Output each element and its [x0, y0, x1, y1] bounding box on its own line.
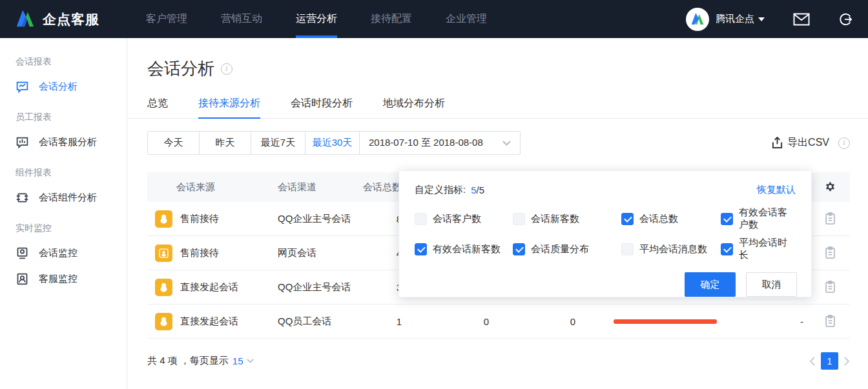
- metric-option[interactable]: 会话质量分布: [513, 237, 621, 261]
- metrics-options: 会话客户数 会话新客数 会话总数 有效会话客户数 有效会话新客数 会话质量分布 …: [399, 196, 811, 261]
- checkbox-icon[interactable]: [621, 243, 634, 255]
- tab-overview[interactable]: 总览: [147, 97, 168, 118]
- sidebar-section-session-reports: 会话报表: [0, 38, 127, 68]
- sidebar-item-label: 客服监控: [39, 273, 78, 285]
- component-analysis-icon: [16, 191, 29, 204]
- brand-name: 企点客服: [43, 10, 99, 28]
- sidebar-item-agent-monitor[interactable]: 客服监控: [0, 260, 127, 286]
- sidebar-section-component-reports: 组件报表: [0, 149, 127, 179]
- metric-label: 会话质量分布: [531, 243, 589, 255]
- clipboard-icon[interactable]: [825, 281, 836, 294]
- metric-option[interactable]: 有效会话客户数: [721, 206, 796, 231]
- total-count-text: 共 4 项 ，每页显示: [147, 355, 229, 367]
- avg-duration-cell: -: [717, 316, 810, 327]
- nav-item-operations[interactable]: 运营分析: [279, 0, 354, 38]
- metric-option[interactable]: 平均会话消息数: [621, 237, 721, 261]
- nav-item-marketing[interactable]: 营销互动: [204, 0, 279, 38]
- metric-option[interactable]: 会话客户数: [415, 206, 513, 231]
- column-settings-gear-icon[interactable]: [824, 181, 836, 194]
- analysis-tabs: 总览 接待来源分析 会话时段分析 地域分布分析: [127, 80, 868, 119]
- total-cell: 1: [362, 316, 402, 327]
- qq-icon: [155, 313, 172, 330]
- avatar[interactable]: [686, 8, 709, 31]
- valid-new-cell: 0: [489, 316, 575, 327]
- checkbox-icon[interactable]: [415, 243, 427, 255]
- tab-region-distribution[interactable]: 地域分布分析: [383, 97, 445, 118]
- popup-title: 自定义指标:: [415, 184, 466, 196]
- per-page-value: 15: [232, 355, 243, 366]
- metric-option[interactable]: 平均会话时长: [721, 237, 796, 261]
- sidebar: 会话报表 会话分析 员工报表 会话客服分析 组件报表: [0, 38, 127, 389]
- nav-item-enterprise[interactable]: 企业管理: [429, 0, 504, 38]
- sidebar-item-session-analysis[interactable]: 会话分析: [0, 68, 127, 94]
- range-7days-button[interactable]: 最近7天: [251, 132, 305, 154]
- mail-icon[interactable]: [793, 13, 810, 26]
- cancel-button[interactable]: 取消: [746, 272, 797, 297]
- checkbox-icon[interactable]: [621, 213, 634, 225]
- tab-session-period[interactable]: 会话时段分析: [291, 97, 353, 118]
- logout-icon[interactable]: [838, 12, 852, 26]
- table-row: 直接发起会话 QQ员工会话 1 0 0 -: [147, 304, 850, 339]
- sidebar-item-session-monitor[interactable]: 会话监控: [0, 234, 127, 260]
- page-info-icon[interactable]: i: [221, 63, 232, 75]
- agent-analysis-icon: [16, 135, 29, 149]
- export-info-icon[interactable]: i: [838, 137, 850, 149]
- brand: 企点客服: [0, 8, 129, 30]
- session-monitor-icon: [16, 246, 29, 260]
- checkbox-icon[interactable]: [721, 243, 733, 255]
- date-range-picker[interactable]: 2018-07-10 至 2018-08-08: [360, 132, 520, 154]
- range-30days-button[interactable]: 最近30天: [305, 132, 360, 154]
- export-csv-button[interactable]: 导出CSV: [772, 136, 829, 150]
- source-cell: 售前接待: [180, 213, 219, 225]
- date-range-group: 今天 昨天 最近7天 最近30天 2018-07-10 至 2018-08-08: [147, 131, 521, 155]
- sidebar-section-realtime-monitor: 实时监控: [0, 204, 127, 234]
- page-number[interactable]: 1: [821, 352, 838, 370]
- checkbox-icon[interactable]: [513, 243, 525, 255]
- checkbox-icon[interactable]: [721, 213, 733, 225]
- main-nav: 客户管理 营销互动 运营分析 接待配置 企业管理: [129, 0, 504, 38]
- metric-label: 平均会话消息数: [639, 243, 707, 255]
- nav-item-reception[interactable]: 接待配置: [354, 0, 429, 38]
- sidebar-item-label: 会话组件分析: [39, 192, 97, 204]
- valid-customers-cell: 0: [402, 316, 489, 327]
- web-session-icon: [155, 244, 172, 262]
- export-csv-label: 导出CSV: [787, 136, 829, 150]
- total-cell: 8: [362, 214, 402, 224]
- metric-label: 会话客户数: [433, 213, 481, 225]
- range-today-button[interactable]: 今天: [148, 132, 200, 154]
- metric-label: 平均会话时长: [739, 237, 796, 261]
- pagination: 1: [809, 352, 850, 370]
- column-header-channel: 会话渠道: [278, 181, 362, 194]
- sidebar-item-label: 会话分析: [39, 81, 78, 93]
- top-navbar: 企点客服 客户管理 营销互动 运营分析 接待配置 企业管理 腾讯企点: [0, 0, 868, 38]
- metric-label: 会话新客数: [531, 213, 579, 225]
- next-page-icon[interactable]: [844, 357, 850, 366]
- range-yesterday-button[interactable]: 昨天: [200, 132, 251, 154]
- quality-distribution-bar: [614, 319, 717, 324]
- confirm-button[interactable]: 确定: [685, 272, 736, 297]
- chevron-down-icon: [502, 141, 511, 146]
- checkbox-icon[interactable]: [415, 213, 427, 225]
- column-header-source: 会话来源: [147, 181, 278, 194]
- reset-default-link[interactable]: 恢复默认: [757, 184, 796, 196]
- metric-label: 有效会话客户数: [739, 206, 796, 231]
- tab-reception-source[interactable]: 接待来源分析: [198, 97, 260, 118]
- sidebar-item-label: 会话客服分析: [39, 136, 97, 148]
- metric-option[interactable]: 有效会话新客数: [415, 237, 513, 261]
- metric-option[interactable]: 会话新客数: [513, 206, 621, 231]
- channel-cell: QQ企业主号会话: [278, 213, 362, 225]
- chat-analysis-icon: [16, 80, 29, 94]
- sidebar-item-component-analysis[interactable]: 会话组件分析: [0, 179, 127, 204]
- clipboard-icon[interactable]: [825, 315, 836, 328]
- clipboard-icon[interactable]: [825, 246, 836, 259]
- account-menu[interactable]: 腾讯企点: [716, 13, 765, 25]
- navbar-right: 腾讯企点: [686, 8, 868, 31]
- prev-page-icon[interactable]: [809, 357, 815, 366]
- checkbox-icon[interactable]: [513, 213, 525, 225]
- per-page-select[interactable]: 15: [232, 355, 254, 366]
- sidebar-item-agent-analysis[interactable]: 会话客服分析: [0, 123, 127, 149]
- custom-metrics-popup: 自定义指标: 5/5 恢复默认 会话客户数 会话新客数 会话总数 有效会话客户数…: [398, 170, 812, 297]
- clipboard-icon[interactable]: [825, 212, 836, 225]
- nav-item-customer[interactable]: 客户管理: [129, 0, 204, 38]
- metric-option[interactable]: 会话总数: [621, 206, 721, 231]
